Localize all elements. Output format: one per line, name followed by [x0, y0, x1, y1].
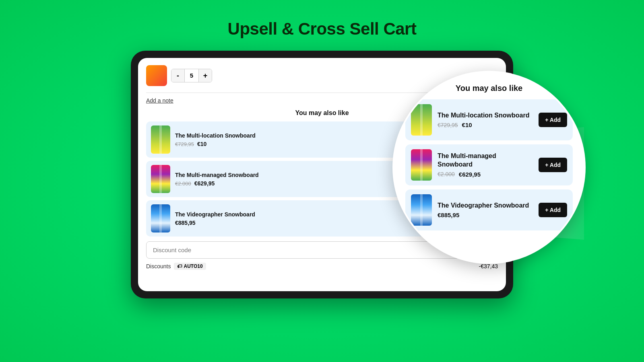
- mag-product-name-1: The Multi-location Snowboard: [438, 111, 533, 120]
- mag-product-info-2: The Multi-managed Snowboard €2.000 €629,…: [438, 152, 533, 178]
- tag-code: AUTO10: [184, 263, 202, 269]
- quantity-minus-button[interactable]: -: [171, 69, 184, 82]
- mag-product-image-3: [411, 194, 432, 226]
- product-image-2: [151, 165, 170, 193]
- product-image-3: [151, 204, 170, 232]
- original-price-1: €729,95: [175, 141, 194, 147]
- mag-product-info-1: The Multi-location Snowboard €729,95 €10: [438, 111, 533, 129]
- sale-price-3: €885,95: [175, 220, 196, 226]
- quantity-value: 5: [184, 69, 199, 82]
- mag-sale-price-2: €629,95: [459, 171, 481, 178]
- discount-amount: -€37,43: [479, 263, 498, 269]
- original-price-2: €2.000: [175, 181, 191, 187]
- mag-prices-1: €729,95 €10: [438, 121, 533, 128]
- sale-price-2: €629,95: [194, 180, 215, 187]
- mag-original-price-2: €2.000: [438, 171, 455, 177]
- add-note-link[interactable]: Add a note: [146, 97, 173, 104]
- magnified-circle: You may also like The Multi-location Sno…: [392, 71, 586, 264]
- mag-product-image-2: [411, 149, 432, 181]
- mag-add-button-2[interactable]: + Add: [539, 158, 567, 172]
- discounts-row: Discounts 🏷 AUTO10 -€37,43: [146, 259, 498, 274]
- quantity-plus-button[interactable]: +: [199, 69, 212, 82]
- mag-prices-2: €2.000 €629,95: [438, 171, 533, 178]
- mag-add-button-3[interactable]: + Add: [539, 203, 567, 217]
- mag-product-card-3: The Videographer Snowboard €885,95 + Add: [405, 189, 573, 230]
- discounts-label: Discounts: [146, 263, 171, 269]
- discount-tag: 🏷 AUTO10: [174, 263, 206, 270]
- product-thumbnail: [146, 65, 167, 86]
- tag-icon: 🏷: [177, 263, 182, 269]
- mag-product-card-2: The Multi-managed Snowboard €2.000 €629,…: [405, 144, 573, 185]
- quantity-controls[interactable]: - 5 +: [171, 69, 212, 82]
- mag-product-card-1: The Multi-location Snowboard €729,95 €10…: [405, 99, 573, 140]
- product-image-1: [151, 125, 170, 154]
- mag-original-price-1: €729,95: [438, 122, 458, 128]
- mag-product-name-3: The Videographer Snowboard: [438, 202, 533, 210]
- page-title: Upsell & Cross Sell Cart: [0, 0, 644, 51]
- mag-product-name-2: The Multi-managed Snowboard: [438, 152, 533, 169]
- mag-product-image-1: [411, 104, 432, 136]
- mag-product-info-3: The Videographer Snowboard €885,95: [438, 202, 533, 219]
- mag-sale-price-3: €885,95: [438, 212, 459, 218]
- mag-prices-3: €885,95: [438, 212, 533, 218]
- mag-sale-price-1: €10: [462, 121, 472, 128]
- discount-input[interactable]: [146, 241, 460, 259]
- mag-add-button-1[interactable]: + Add: [539, 113, 567, 127]
- sale-price-1: €10: [197, 141, 206, 147]
